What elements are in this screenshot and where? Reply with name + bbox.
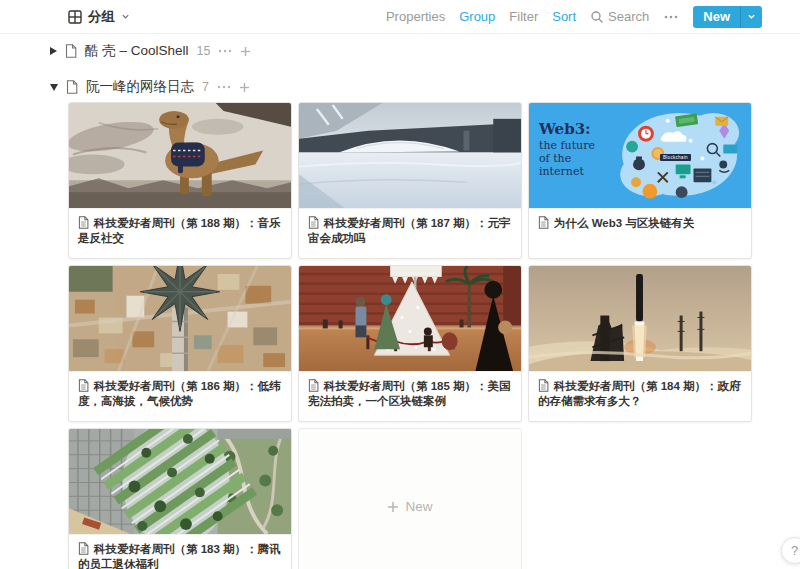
group-count: 7: [202, 80, 209, 94]
card-title: 为什么 Web3 与区块链有关: [554, 217, 694, 229]
page-icon: [65, 44, 77, 58]
page-text-icon: [538, 216, 549, 229]
card-caption: 科技爱好者周刊（第 184 期）：政府的存储需求有多大？: [529, 372, 751, 416]
toolbar-divider: [0, 33, 800, 34]
sort-button[interactable]: Sort: [552, 9, 576, 24]
help-label: ?: [791, 543, 798, 558]
plus-icon: [387, 501, 399, 513]
toggle-collapsed-icon[interactable]: [50, 47, 57, 55]
card-title: 科技爱好者周刊（第 188 期）：音乐是反社交: [78, 217, 281, 244]
page-text-icon: [538, 379, 549, 392]
card-cover-helix-building: [69, 429, 291, 535]
new-card-label: New: [405, 499, 432, 514]
gallery-card[interactable]: 科技爱好者周刊（第 187 期）：元宇宙会成功吗: [298, 102, 522, 259]
blockchain-label: Blockchain: [660, 154, 691, 161]
group-header-coolshell: 酷 壳 – CoolShell 15: [50, 42, 800, 60]
card-cover-snow-resort: [299, 103, 521, 209]
card-cover-web3-illustration: Web3: the future of the internet Blockch…: [529, 103, 751, 209]
view-name: 分组: [88, 8, 115, 26]
gallery-view-page: 分组 Properties Group Filter Sort Search: [0, 0, 800, 569]
gallery-card[interactable]: Web3: the future of the internet Blockch…: [528, 102, 752, 259]
new-card-button[interactable]: New: [298, 428, 522, 569]
card-title: 科技爱好者周刊（第 184 期）：政府的存储需求有多大？: [538, 380, 741, 407]
card-title: 科技爱好者周刊（第 185 期）：美国宪法拍卖，一个区块链案例: [308, 380, 511, 407]
card-cover-plaza-sculpture: [299, 266, 521, 372]
card-caption: 科技爱好者周刊（第 187 期）：元宇宙会成功吗: [299, 209, 521, 253]
properties-button[interactable]: Properties: [386, 9, 445, 24]
filter-button[interactable]: Filter: [509, 9, 538, 24]
gallery-card[interactable]: 科技爱好者周刊（第 185 期）：美国宪法拍卖，一个区块链案例: [298, 265, 522, 422]
card-title: 科技爱好者周刊（第 183 期）：腾讯的员工退休福利: [78, 543, 281, 569]
group-more-icon[interactable]: [218, 48, 232, 54]
view-switcher[interactable]: 分组: [68, 8, 130, 26]
page-text-icon: [308, 216, 319, 229]
card-caption: 科技爱好者周刊（第 183 期）：腾讯的员工退休福利: [69, 535, 291, 569]
new-button[interactable]: New: [693, 6, 762, 28]
gallery-view-icon: [68, 10, 82, 24]
card-cover-city-aerial-star: [69, 266, 291, 372]
group-header-ruanyifeng: 阮一峰的网络日志 7: [50, 78, 800, 96]
toolbar-actions: Properties Group Filter Sort Search New: [386, 6, 762, 28]
more-options-icon[interactable]: [663, 10, 679, 24]
group-button[interactable]: Group: [459, 9, 495, 24]
page-text-icon: [78, 542, 89, 555]
search-button[interactable]: Search: [590, 9, 649, 24]
card-caption: 科技爱好者周刊（第 188 期）：音乐是反社交: [69, 209, 291, 253]
group-title[interactable]: 阮一峰的网络日志: [86, 78, 194, 96]
gallery-card[interactable]: 科技爱好者周刊（第 186 期）：低纬度，高海拔，气候优势: [68, 265, 292, 422]
card-title: 科技爱好者周刊（第 186 期）：低纬度，高海拔，气候优势: [78, 380, 281, 407]
web3-cover-text: Web3: the future of the internet: [539, 123, 595, 178]
group-add-icon[interactable]: [240, 46, 251, 57]
chevron-down-icon: [121, 12, 130, 21]
card-title: 科技爱好者周刊（第 187 期）：元宇宙会成功吗: [308, 217, 511, 244]
gallery-card[interactable]: 科技爱好者周刊（第 188 期）：音乐是反社交: [68, 102, 292, 259]
page-text-icon: [308, 379, 319, 392]
group-add-icon[interactable]: [239, 82, 250, 93]
gallery-card[interactable]: 科技爱好者周刊（第 184 期）：政府的存储需求有多大？: [528, 265, 752, 422]
group-count: 15: [197, 44, 211, 58]
search-label: Search: [608, 9, 649, 24]
chevron-down-icon: [747, 12, 756, 21]
page-icon: [66, 80, 78, 94]
gallery-card[interactable]: 科技爱好者周刊（第 183 期）：腾讯的员工退休福利: [68, 428, 292, 569]
new-button-label: New: [693, 6, 740, 28]
new-button-dropdown[interactable]: [740, 6, 762, 28]
group-more-icon[interactable]: [217, 84, 231, 90]
toolbar: 分组 Properties Group Filter Sort Search: [0, 0, 800, 33]
gallery-grid: 科技爱好者周刊（第 188 期）：音乐是反社交: [68, 102, 800, 569]
card-caption: 科技爱好者周刊（第 185 期）：美国宪法拍卖，一个区块链案例: [299, 372, 521, 416]
toggle-expanded-icon[interactable]: [50, 84, 58, 91]
card-cover-rocket-launch: [529, 266, 751, 372]
page-text-icon: [78, 216, 89, 229]
card-cover-dinosaur-museum: [69, 103, 291, 209]
group-title[interactable]: 酷 壳 – CoolShell: [85, 42, 189, 60]
search-icon: [590, 10, 604, 24]
card-caption: 科技爱好者周刊（第 186 期）：低纬度，高海拔，气候优势: [69, 372, 291, 416]
card-caption: 为什么 Web3 与区块链有关: [529, 209, 751, 238]
page-text-icon: [78, 379, 89, 392]
